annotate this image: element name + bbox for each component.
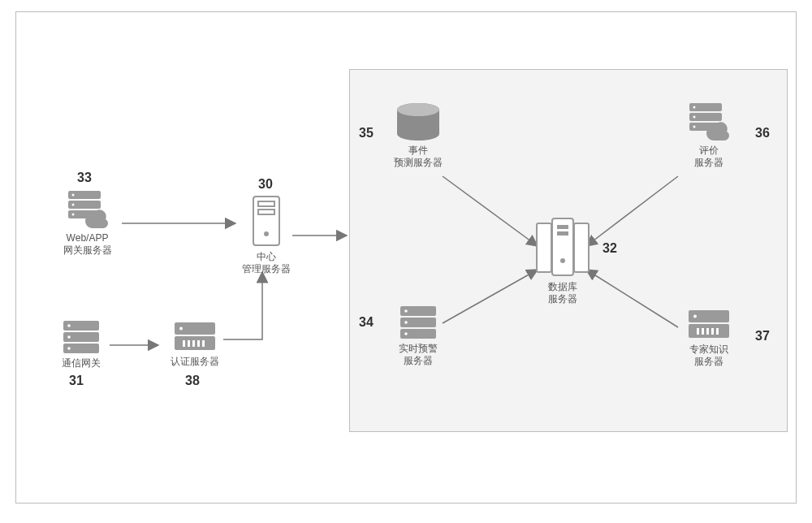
svg-point-17 (67, 335, 71, 339)
label-line: 服务器 (382, 355, 455, 366)
node-web-app-gateway-server: Web/APP 网关服务器 (53, 189, 122, 256)
node-comm-gateway: 通信网关 (49, 319, 114, 370)
label-line: Web/APP (53, 232, 122, 244)
node-number: 32 (603, 241, 617, 256)
server-rack-icon (61, 319, 102, 355)
label-line: 实时预警 (382, 343, 455, 354)
node-number: 38 (185, 374, 200, 388)
svg-rect-24 (192, 340, 195, 347)
svg-point-10 (71, 194, 74, 197)
label-line: 认证服务器 (162, 356, 227, 367)
svg-point-56 (693, 126, 695, 128)
svg-point-54 (693, 106, 695, 109)
svg-line-3 (443, 176, 538, 246)
node-number: 33 (77, 171, 92, 185)
diagram-page: Web/APP 网关服务器 33 通信网关 31 (0, 0, 812, 523)
node-database-server: 数据库 服务器 (528, 215, 597, 305)
svg-point-12 (71, 214, 74, 216)
svg-rect-50 (557, 231, 568, 236)
svg-rect-22 (183, 340, 185, 347)
svg-rect-63 (711, 328, 714, 335)
svg-rect-46 (574, 223, 589, 272)
node-number: 30 (258, 177, 273, 192)
label-line: 网关服务器 (53, 244, 122, 256)
svg-point-44 (404, 332, 408, 335)
server-unit-icon (687, 309, 731, 341)
svg-point-43 (404, 321, 408, 324)
label-line: 服务器 (528, 293, 597, 305)
node-center-mgmt-server: 中心 管理服务器 (235, 195, 296, 274)
node-number: 31 (69, 374, 84, 388)
svg-point-38 (397, 103, 439, 116)
server-cloud-icon (686, 102, 732, 142)
node-number: 37 (755, 329, 770, 344)
svg-point-18 (67, 347, 71, 350)
svg-line-5 (586, 176, 678, 246)
label-line: 服务器 (674, 157, 743, 168)
node-auth-server: 认证服务器 (162, 321, 227, 368)
label-line: 管理服务器 (235, 263, 296, 274)
label-line: 中心 (235, 251, 296, 262)
label-line: 数据库 (528, 281, 597, 292)
svg-point-55 (693, 116, 695, 119)
server-rack-icon (398, 305, 438, 340)
svg-point-42 (404, 309, 408, 313)
svg-point-37 (397, 128, 439, 140)
svg-rect-49 (557, 225, 568, 229)
server-tower-icon (252, 195, 281, 249)
svg-point-59 (693, 315, 697, 318)
server-unit-icon (173, 321, 217, 353)
svg-rect-45 (537, 223, 551, 272)
label-line: 评价 (674, 145, 743, 156)
node-number: 36 (755, 126, 770, 140)
svg-rect-64 (716, 328, 719, 335)
label-line: 通信网关 (49, 357, 114, 369)
server-cloud-icon (65, 189, 110, 230)
svg-point-16 (67, 324, 71, 327)
label-line: 服务器 (674, 356, 743, 367)
svg-point-21 (179, 327, 183, 331)
server-tower-group-icon (534, 215, 591, 279)
svg-rect-23 (188, 340, 190, 347)
node-number: 34 (359, 315, 374, 330)
node-expert-knowledge-server: 专家知识 服务器 (674, 309, 743, 367)
disk-stack-icon (394, 102, 443, 142)
arrow-layer (0, 0, 812, 523)
svg-point-30 (264, 231, 269, 236)
node-evaluation-server: 评价 服务器 (674, 102, 743, 168)
svg-rect-60 (697, 328, 699, 335)
svg-line-4 (443, 270, 538, 323)
node-event-prediction-server: 事件 预测服务器 (382, 102, 455, 168)
svg-line-6 (586, 270, 678, 327)
label-line: 事件 (382, 145, 455, 156)
svg-rect-62 (706, 328, 709, 335)
label-line: 预测服务器 (382, 157, 455, 168)
svg-rect-27 (253, 197, 279, 245)
svg-rect-26 (202, 340, 205, 347)
svg-point-11 (71, 204, 74, 206)
svg-rect-61 (702, 328, 704, 335)
label-line: 专家知识 (674, 344, 743, 355)
svg-rect-25 (197, 340, 200, 347)
node-realtime-alert-server: 实时预警 服务器 (382, 305, 455, 366)
svg-point-48 (560, 258, 565, 263)
node-number: 35 (359, 126, 374, 140)
